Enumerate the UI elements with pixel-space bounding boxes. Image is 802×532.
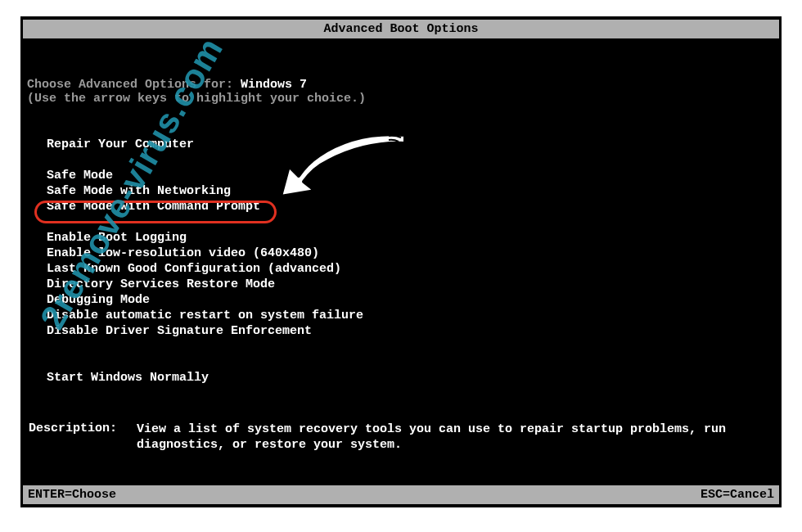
boot-menu[interactable]: Repair Your Computer Safe Mode Safe Mode… [47, 137, 775, 385]
menu-item-dsrm[interactable]: Directory Services Restore Mode [47, 277, 775, 292]
menu-item-bootlog[interactable]: Enable Boot Logging [47, 230, 775, 246]
menu-item-lastknown[interactable]: Last Known Good Configuration (advanced) [47, 261, 775, 277]
menu-spacer [47, 354, 775, 370]
footer-enter: ENTER=Choose [28, 488, 116, 502]
menu-spacer [47, 339, 775, 354]
footer-bar: ENTER=Choose ESC=Cancel [23, 485, 779, 504]
os-name: Windows 7 [241, 78, 307, 92]
title-bar: Advanced Boot Options [23, 20, 779, 38]
prompt-prefix: Choose Advanced Options for: [27, 78, 241, 92]
menu-item-normal[interactable]: Start Windows Normally [47, 370, 775, 385]
menu-spacer [47, 152, 775, 168]
description-text: View a list of system recovery tools you… [137, 422, 775, 453]
menu-item-repair[interactable]: Repair Your Computer [47, 137, 775, 152]
menu-item-safemode[interactable]: Safe Mode [47, 168, 775, 183]
menu-item-safemode-net[interactable]: Safe Mode with Networking [47, 183, 775, 199]
menu-spacer [47, 214, 775, 230]
content-area: Choose Advanced Options for: Windows 7 (… [20, 78, 782, 453]
description-label: Description: [29, 422, 137, 453]
menu-item-safemode-cmd[interactable]: Safe Mode with Command Prompt [47, 199, 775, 214]
menu-item-nodriversig[interactable]: Disable Driver Signature Enforcement [47, 323, 775, 339]
footer-esc: ESC=Cancel [701, 488, 774, 502]
page-title: Advanced Boot Options [323, 22, 478, 36]
boot-screen: Advanced Boot Options Choose Advanced Op… [20, 16, 782, 507]
hint-line: (Use the arrow keys to highlight your ch… [27, 92, 775, 106]
menu-item-debug[interactable]: Debugging Mode [47, 292, 775, 308]
menu-item-lowres[interactable]: Enable low-resolution video (640x480) [47, 246, 775, 261]
prompt-line: Choose Advanced Options for: Windows 7 [27, 78, 775, 92]
menu-item-noautorestart[interactable]: Disable automatic restart on system fail… [47, 308, 775, 323]
description-row: Description: View a list of system recov… [29, 422, 775, 453]
